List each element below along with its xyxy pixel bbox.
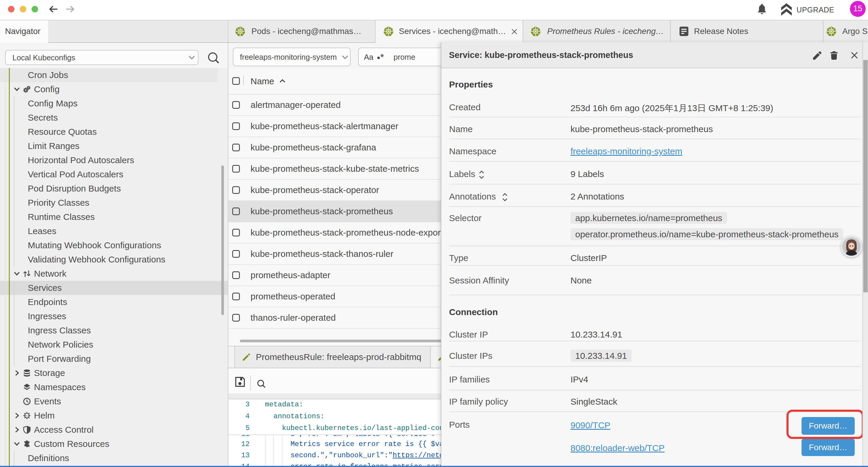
svg-text:HELM: HELM — [24, 415, 30, 417]
